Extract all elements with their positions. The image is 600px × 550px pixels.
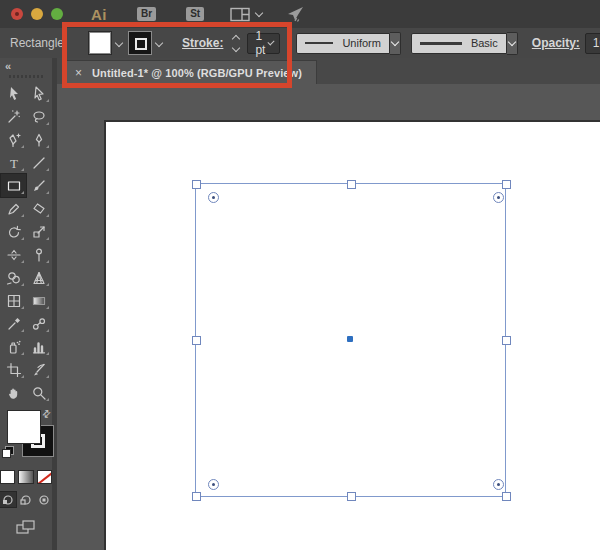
pen-tool-icon[interactable]: [1, 128, 26, 151]
selection-handle-bottom-mid[interactable]: [347, 492, 356, 501]
shape-builder-tool-icon[interactable]: [1, 266, 26, 289]
scale-tool-icon[interactable]: [26, 220, 51, 243]
column-graph-tool-icon[interactable]: [26, 335, 51, 358]
brush-definition-dropdown[interactable]: Basic: [411, 33, 507, 54]
stroke-color-swatch[interactable]: [128, 31, 152, 55]
chevron-down-icon: [508, 38, 516, 46]
stroke-chevron-down-icon[interactable]: [155, 39, 163, 47]
rocket-icon: [286, 6, 304, 22]
live-corner-widget-top-right[interactable]: [493, 192, 504, 203]
illustrator-logo: Ai: [91, 6, 107, 23]
type-tool-icon[interactable]: T: [1, 151, 26, 174]
color-mode-row: [0, 470, 52, 484]
selection-handle-top-mid[interactable]: [347, 180, 356, 189]
stock-button[interactable]: St: [186, 7, 204, 21]
selection-handle-bottom-left[interactable]: [192, 492, 201, 501]
stroke-panel-link[interactable]: Stroke:: [182, 36, 223, 50]
artboard-tool-icon[interactable]: [1, 358, 26, 381]
puppet-warp-tool-icon[interactable]: [26, 243, 51, 266]
fill-proxy-swatch[interactable]: [7, 410, 41, 444]
collapse-panel-button[interactable]: «: [0, 58, 52, 72]
active-tool-label: Rectangle: [10, 36, 64, 50]
selection-tool-icon[interactable]: [1, 82, 26, 105]
workspace-switcher[interactable]: [230, 7, 264, 22]
selection-handle-top-left[interactable]: [192, 180, 201, 189]
panel-grip[interactable]: [9, 75, 43, 78]
screen-mode-button[interactable]: [0, 519, 52, 536]
stepper-down-icon[interactable]: [232, 43, 240, 51]
opacity-value: 100%: [593, 36, 600, 50]
mini-fill-swatch: [2, 449, 11, 458]
draw-inside-button[interactable]: [36, 492, 52, 507]
fill-chevron-down-icon[interactable]: [115, 39, 123, 47]
close-tab-icon[interactable]: ×: [75, 66, 82, 80]
chevron-down-icon: [255, 9, 263, 17]
draw-normal-button[interactable]: [0, 492, 16, 507]
live-corner-widget-top-left[interactable]: [208, 192, 219, 203]
document-tab[interactable]: × Untitled-1* @ 100% (RGB/GPU Preview): [65, 60, 317, 85]
perspective-grid-tool-icon[interactable]: [26, 266, 51, 289]
draw-behind-button[interactable]: [18, 492, 34, 507]
opacity-panel-link[interactable]: Opacity:: [532, 36, 580, 50]
selection-handle-mid-left[interactable]: [192, 336, 201, 345]
lasso-tool-icon[interactable]: [26, 105, 51, 128]
minimize-window-icon[interactable]: [31, 8, 43, 20]
stepper-up-icon[interactable]: [232, 34, 240, 42]
gradient-tool-icon[interactable]: [26, 289, 51, 312]
pencil-tool-icon[interactable]: [1, 197, 26, 220]
brush-definition-value: Basic: [471, 37, 498, 49]
brush-definition-chevron-button[interactable]: [507, 32, 518, 55]
paintbrush-tool-icon[interactable]: [26, 174, 51, 197]
selection-handle-top-right[interactable]: [502, 180, 511, 189]
width-profile-value: Uniform: [342, 37, 381, 49]
rectangle-tool-icon[interactable]: [1, 174, 26, 197]
live-corner-widget-bottom-right[interactable]: [493, 479, 504, 490]
canvas-area[interactable]: [62, 84, 600, 550]
close-window-icon[interactable]: [11, 8, 23, 20]
default-fill-stroke-icon[interactable]: [2, 446, 14, 458]
chevron-down-icon: [391, 38, 399, 46]
stroke-weight-value: 1 pt: [255, 29, 267, 57]
eraser-tool-icon[interactable]: [26, 197, 51, 220]
width-profile-preview: [305, 42, 333, 44]
brush-stroke-preview: [420, 42, 462, 45]
line-segment-tool-icon[interactable]: [26, 151, 51, 174]
symbol-sprayer-tool-icon[interactable]: [1, 335, 26, 358]
opacity-dropdown[interactable]: 100%: [585, 33, 600, 54]
blend-tool-icon[interactable]: [26, 312, 51, 335]
bridge-button[interactable]: Br: [137, 7, 156, 21]
width-profile-chevron-button[interactable]: [390, 32, 401, 55]
menu-bar: Ai Br St: [0, 0, 600, 29]
fill-stroke-widget: ⇄: [0, 408, 52, 464]
live-corner-widget-bottom-left[interactable]: [208, 479, 219, 490]
chevron-down-icon: [268, 38, 275, 45]
width-profile-dropdown[interactable]: Uniform: [296, 33, 390, 54]
stroke-weight-stepper[interactable]: [231, 34, 241, 53]
zoom-tool-icon[interactable]: [26, 381, 51, 404]
gradient-button[interactable]: [18, 470, 33, 484]
mesh-tool-icon[interactable]: [1, 289, 26, 312]
rotate-tool-icon[interactable]: [1, 220, 26, 243]
workspace-icon: [230, 7, 250, 22]
illustrator-window: Ai Br St Rectangle Stroke:: [0, 0, 600, 550]
selection-handle-bottom-right[interactable]: [502, 492, 511, 501]
swap-fill-stroke-icon[interactable]: ⇄: [39, 407, 53, 421]
magic-wand-tool-icon[interactable]: [1, 105, 26, 128]
tools-panel: « T: [0, 58, 57, 550]
object-center-point[interactable]: [347, 336, 353, 342]
share-button[interactable]: [286, 6, 304, 22]
none-button[interactable]: [37, 470, 52, 484]
curvature-tool-icon[interactable]: [26, 128, 51, 151]
width-tool-icon[interactable]: [1, 243, 26, 266]
control-bar: Rectangle Stroke: 1 pt Uniform Basic: [0, 28, 600, 59]
fill-color-swatch[interactable]: [88, 31, 112, 55]
color-button[interactable]: [0, 470, 15, 484]
hand-tool-icon[interactable]: [1, 381, 26, 404]
slice-tool-icon[interactable]: [26, 358, 51, 381]
fullscreen-window-icon[interactable]: [51, 8, 63, 20]
direct-selection-tool-icon[interactable]: [26, 82, 51, 105]
stroke-weight-dropdown[interactable]: 1 pt: [247, 33, 280, 54]
eyedropper-tool-icon[interactable]: [1, 312, 26, 335]
svg-text:T: T: [10, 155, 18, 170]
selection-handle-mid-right[interactable]: [502, 336, 511, 345]
